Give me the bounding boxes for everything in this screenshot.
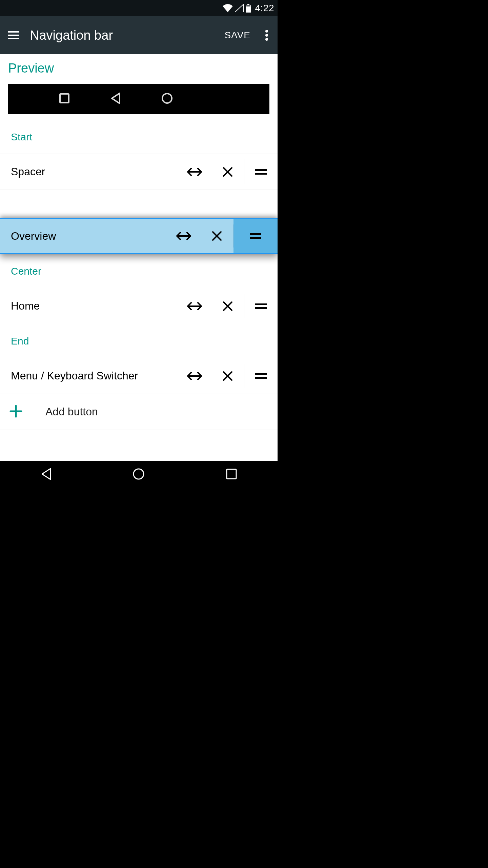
svg-rect-16 — [250, 237, 261, 239]
add-label: Add button — [45, 406, 98, 418]
section-header-start: Start — [0, 120, 278, 154]
content: Preview Start Spacer — [0, 54, 278, 461]
width-icon[interactable] — [178, 154, 211, 190]
width-icon[interactable] — [178, 358, 211, 394]
svg-point-8 — [265, 38, 268, 41]
section-header-end: End — [0, 324, 278, 358]
svg-point-6 — [265, 30, 268, 33]
row-home[interactable]: Home — [0, 288, 278, 324]
svg-point-10 — [162, 94, 172, 103]
navbar-preview — [8, 84, 269, 114]
row-overview-dragging[interactable]: Overview — [0, 218, 278, 254]
row-spacer[interactable]: Spacer — [0, 154, 278, 190]
svg-point-7 — [265, 34, 268, 37]
drag-handle-icon[interactable] — [244, 358, 278, 394]
add-button-row[interactable]: Add button — [0, 394, 278, 430]
close-icon[interactable] — [211, 358, 244, 394]
hamburger-icon[interactable] — [5, 27, 22, 43]
row-actions — [178, 358, 278, 394]
svg-rect-2 — [246, 5, 250, 6]
svg-rect-12 — [255, 173, 267, 175]
row-actions — [178, 154, 278, 190]
wifi-icon — [223, 4, 233, 12]
plus-icon — [9, 405, 45, 419]
svg-rect-1 — [247, 4, 249, 5]
sys-overview-icon[interactable] — [226, 468, 237, 481]
close-icon[interactable] — [200, 219, 233, 253]
svg-rect-18 — [255, 307, 267, 309]
width-icon[interactable] — [178, 288, 211, 324]
row-label: Overview — [11, 230, 167, 242]
svg-rect-22 — [227, 469, 236, 479]
cellular-icon — [235, 4, 244, 12]
row-label: Spacer — [11, 165, 178, 178]
drag-handle-icon[interactable] — [244, 288, 278, 324]
drag-handle-icon[interactable] — [244, 154, 278, 190]
row-actions — [167, 219, 278, 253]
close-icon[interactable] — [211, 154, 244, 190]
width-icon[interactable] — [167, 219, 200, 253]
sys-back-icon[interactable] — [40, 468, 52, 482]
preview-block: Preview — [0, 54, 278, 120]
svg-rect-19 — [255, 373, 267, 375]
preview-label: Preview — [8, 61, 269, 76]
svg-rect-17 — [255, 303, 267, 305]
svg-rect-20 — [255, 377, 267, 379]
system-navbar — [0, 461, 278, 488]
row-label: Menu / Keyboard Switcher — [11, 370, 178, 382]
battery-icon — [246, 4, 251, 13]
row-menu[interactable]: Menu / Keyboard Switcher — [0, 358, 278, 394]
svg-rect-5 — [8, 38, 19, 39]
svg-rect-4 — [8, 35, 19, 36]
home-nav-icon — [161, 93, 173, 105]
save-button[interactable]: SAVE — [219, 30, 256, 41]
sys-home-icon[interactable] — [132, 468, 145, 482]
row-actions — [178, 288, 278, 324]
overflow-icon[interactable] — [259, 27, 275, 43]
svg-rect-11 — [255, 169, 267, 171]
overview-nav-icon — [59, 93, 70, 105]
svg-rect-9 — [60, 94, 69, 103]
status-bar: 4:22 — [0, 0, 278, 16]
page-title: Navigation bar — [30, 28, 219, 43]
section-header-center: Center — [0, 254, 278, 288]
svg-rect-15 — [250, 233, 261, 235]
svg-rect-3 — [8, 31, 19, 33]
close-icon[interactable] — [211, 288, 244, 324]
drag-handle-icon[interactable] — [233, 219, 278, 253]
back-nav-icon — [110, 93, 121, 105]
status-time: 4:22 — [255, 3, 274, 14]
row-label: Home — [11, 300, 178, 312]
svg-point-21 — [134, 469, 144, 479]
action-bar: Navigation bar SAVE — [0, 16, 278, 54]
drag-area: Back Overview — [0, 200, 278, 254]
